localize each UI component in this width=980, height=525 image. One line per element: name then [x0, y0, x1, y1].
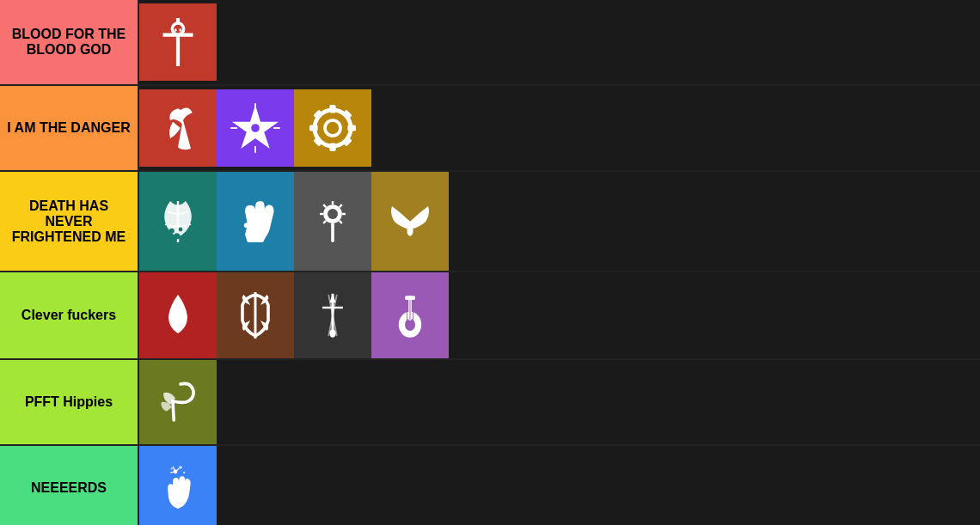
svg-rect-36 [331, 223, 334, 242]
tier-label-s: BLOOD FOR THE BLOOD GOD [0, 0, 139, 84]
tier-row-c: Clever fuckers [0, 272, 980, 360]
tier-table: BLOOD FOR THE BLOOD GOD [0, 0, 980, 525]
scythe-icon [152, 376, 204, 428]
cog-icon [307, 102, 358, 154]
tier-items-d [139, 360, 980, 444]
tier-row-d: PFFT Hippies [0, 360, 980, 446]
tier-items-a [139, 86, 980, 170]
tier-label-d: PFFT Hippies [0, 360, 139, 444]
svg-point-42 [329, 329, 335, 338]
tier-items-e [139, 446, 980, 525]
svg-rect-18 [313, 109, 323, 119]
svg-line-34 [340, 205, 342, 207]
magic-staff-icon [152, 462, 204, 514]
tier-row-e: NEEEERDS [0, 446, 980, 525]
svg-line-33 [340, 220, 342, 223]
tier-items-c [139, 272, 980, 358]
list-item [294, 272, 371, 358]
nature-icon [152, 196, 204, 247]
list-item [139, 360, 217, 444]
list-item [139, 89, 217, 167]
svg-rect-17 [347, 125, 356, 131]
dual-sword-icon [307, 290, 358, 341]
list-item [139, 172, 217, 271]
svg-point-24 [174, 233, 180, 239]
tier-row-a: I AM THE DANGER [0, 86, 980, 172]
tier-label-a: I AM THE DANGER [0, 86, 139, 170]
svg-point-55 [171, 467, 173, 469]
svg-rect-16 [309, 125, 318, 131]
svg-rect-21 [342, 137, 352, 147]
sun-mace-icon [307, 196, 358, 247]
list-item [371, 272, 449, 358]
svg-rect-14 [329, 105, 335, 113]
svg-point-27 [328, 209, 338, 219]
svg-rect-48 [405, 296, 415, 300]
svg-rect-25 [244, 223, 267, 228]
khorne-icon [148, 12, 208, 72]
svg-rect-19 [342, 109, 352, 119]
list-item [294, 89, 371, 167]
svg-point-53 [179, 466, 182, 469]
list-item [217, 89, 294, 167]
lute-icon [384, 290, 436, 341]
list-item [294, 172, 371, 271]
tier-row-s: BLOOD FOR THE BLOOD GOD [0, 0, 980, 86]
list-item [217, 172, 294, 271]
svg-line-35 [323, 220, 326, 223]
chaos-star-icon [230, 102, 281, 154]
flame-drop-icon [152, 290, 204, 341]
tier-label-c: Clever fuckers [0, 272, 139, 358]
svg-rect-15 [329, 143, 335, 151]
svg-point-13 [325, 120, 340, 136]
list-item [139, 3, 217, 81]
svg-point-54 [183, 472, 185, 473]
svg-point-4 [175, 28, 177, 32]
list-item [371, 172, 449, 271]
list-item [139, 272, 217, 358]
tier-row-b: DEATH HAS NEVER FRIGHTENED ME [0, 172, 980, 272]
svg-point-37 [407, 225, 413, 235]
svg-point-23 [179, 227, 183, 231]
svg-line-32 [323, 205, 326, 207]
tier-label-e: NEEEERDS [0, 446, 139, 525]
list-item [217, 272, 294, 358]
tier-label-b: DEATH HAS NEVER FRIGHTENED ME [0, 172, 139, 271]
tier-items-b [139, 172, 980, 271]
svg-rect-20 [313, 137, 323, 147]
svg-point-5 [179, 28, 181, 32]
svg-point-22 [169, 228, 175, 233]
wings-icon [384, 196, 436, 247]
svg-point-7 [251, 124, 260, 132]
axe-icon [152, 102, 204, 154]
fist-icon [230, 196, 281, 247]
shield-axe-icon [230, 290, 281, 341]
tier-items-s [139, 0, 980, 84]
list-item [139, 446, 217, 525]
